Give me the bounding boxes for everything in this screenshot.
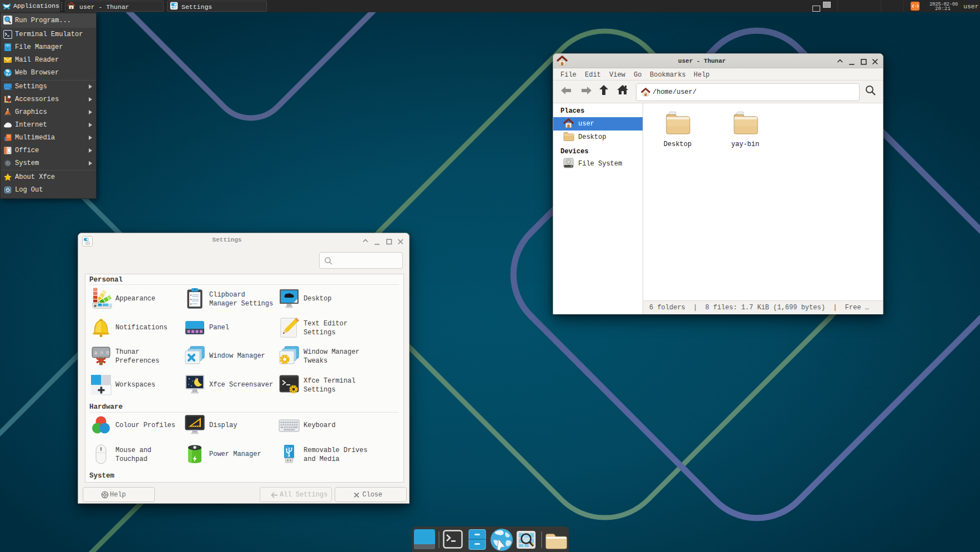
svg-text:a A 6: a A 6 — [94, 350, 109, 356]
